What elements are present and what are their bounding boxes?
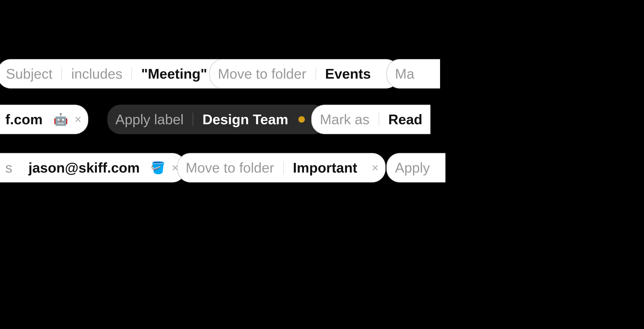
- move-to-folder-important-pill[interactable]: Move to folder Important ×: [177, 153, 386, 182]
- email-pill-left-truncated[interactable]: f.com 🤖 ×: [0, 105, 88, 134]
- design-team-value: Design Team: [194, 107, 296, 132]
- read-value: Read: [380, 107, 430, 132]
- s-truncated: s: [0, 155, 20, 181]
- apply-label-design-team-pill[interactable]: Apply label Design Team ×: [107, 105, 327, 134]
- close-button[interactable]: ×: [365, 156, 385, 179]
- close-button[interactable]: ×: [68, 108, 88, 131]
- divider: [379, 113, 379, 126]
- apply-label-text: Apply label: [107, 107, 192, 132]
- divider: [131, 67, 132, 81]
- divider: [61, 67, 62, 81]
- divider-dark: [193, 113, 193, 126]
- meeting-value: "Meeting": [133, 61, 215, 87]
- jason-email-pill[interactable]: s jason@skiff.com 🪣 ×: [0, 153, 186, 182]
- move-to-folder-label-2: Move to folder: [178, 155, 282, 181]
- move-to-folder-events-pill[interactable]: Move to folder Events ×: [209, 59, 399, 89]
- ma-label: Ma: [387, 61, 422, 87]
- apply-label: Apply: [387, 155, 438, 181]
- email-truncated: f.com: [0, 107, 51, 132]
- mark-as-read-pill[interactable]: Mark as Read: [311, 105, 430, 134]
- mark-as-pill-truncated[interactable]: Ma: [386, 59, 440, 89]
- bucket-emoji: 🪣: [151, 161, 165, 175]
- robot-emoji: 🤖: [53, 112, 68, 126]
- move-to-folder-label: Move to folder: [210, 61, 314, 87]
- apply-pill-truncated[interactable]: Apply: [386, 153, 445, 182]
- subject-filter-pill[interactable]: Subject includes "Meeting" ×: [0, 59, 236, 89]
- jason-email: jason@skiff.com: [20, 155, 148, 181]
- includes-label: includes: [63, 61, 130, 87]
- divider: [316, 67, 316, 81]
- divider: [283, 161, 284, 174]
- label-color-dot: [298, 116, 305, 123]
- mark-as-label: Mark as: [312, 107, 378, 132]
- subject-label: Subject: [0, 61, 60, 87]
- important-value: Important: [285, 155, 365, 181]
- events-value: Events: [317, 61, 379, 87]
